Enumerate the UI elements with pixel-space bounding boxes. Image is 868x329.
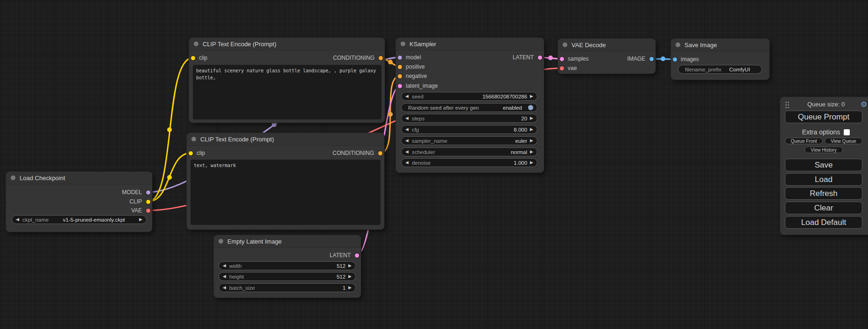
decrement-arrow-icon[interactable]: ◀ xyxy=(223,274,226,279)
widget-sampler-name[interactable]: ◀ sampler_name euler ▶ xyxy=(401,136,537,145)
widget-width[interactable]: ◀ width 512 ▶ xyxy=(219,261,356,270)
settings-gear-icon[interactable]: ⚙ xyxy=(861,100,867,109)
widget-value[interactable]: 156680208700286 xyxy=(482,94,527,99)
output-conditioning[interactable]: CONDITIONING xyxy=(332,150,382,156)
queue-prompt-button[interactable]: Queue Prompt xyxy=(785,111,862,123)
graph-canvas[interactable]: Load Checkpoint MODEL CLIP VAE ◀ ckpt_na… xyxy=(0,0,868,329)
widget-random-seed-toggle[interactable]: Random seed after every gen enabled xyxy=(401,103,537,112)
widget-scheduler[interactable]: ◀ scheduler normal ▶ xyxy=(401,147,537,156)
collapse-dot-icon[interactable] xyxy=(563,42,567,47)
clip-port-dot xyxy=(191,56,195,60)
increment-arrow-icon[interactable]: ▶ xyxy=(530,116,533,120)
widget-value[interactable]: normal xyxy=(511,149,527,155)
widget-value[interactable]: 8.000 xyxy=(514,127,527,133)
input-clip[interactable]: clip xyxy=(189,150,205,156)
node-title-bar[interactable]: Load Checkpoint xyxy=(6,172,152,184)
widget-seed[interactable]: ◀ seed 156680208700286 ▶ xyxy=(401,92,537,101)
widget-value[interactable]: 512 xyxy=(337,263,346,269)
collapse-dot-icon[interactable] xyxy=(11,175,15,180)
increment-arrow-icon[interactable]: ▶ xyxy=(530,94,533,98)
view-history-button[interactable]: View History xyxy=(804,147,843,153)
output-clip[interactable]: CLIP xyxy=(129,198,150,205)
widget-value[interactable]: 1 xyxy=(343,285,346,291)
output-latent[interactable]: LATENT xyxy=(513,54,542,61)
collapse-dot-icon[interactable] xyxy=(194,42,198,46)
increment-arrow-icon[interactable]: ▶ xyxy=(530,150,533,154)
increment-arrow-icon[interactable]: ▶ xyxy=(348,286,352,290)
wire-clip-negative xyxy=(148,153,191,202)
widget-steps[interactable]: ◀ steps 20 ▶ xyxy=(401,114,537,123)
output-conditioning[interactable]: CONDITIONING xyxy=(333,55,383,61)
output-model[interactable]: MODEL xyxy=(122,189,150,196)
node-title: Save Image xyxy=(685,42,717,49)
increment-arrow-icon[interactable]: ▶ xyxy=(530,127,533,132)
widget-value[interactable]: 1.000 xyxy=(514,160,527,166)
widget-value[interactable]: ComfyUI xyxy=(729,67,750,72)
input-vae[interactable]: vae xyxy=(560,65,577,71)
load-default-button[interactable]: Load Default xyxy=(785,216,862,229)
decrement-arrow-icon[interactable]: ◀ xyxy=(405,150,409,154)
refresh-button[interactable]: Refresh xyxy=(785,187,862,200)
node-title-bar[interactable]: Empty Latent Image xyxy=(214,235,361,248)
widget-value[interactable]: enabled xyxy=(503,105,522,111)
node-title-bar[interactable]: Save Image xyxy=(671,39,769,51)
widget-value[interactable]: euler xyxy=(515,138,528,144)
widget-denoise[interactable]: ◀ denoise 1.000 ▶ xyxy=(401,158,537,167)
collapse-dot-icon[interactable] xyxy=(191,137,196,141)
widget-filename-prefix[interactable]: filename_prefix ComfyUI xyxy=(678,65,762,74)
output-latent[interactable]: LATENT xyxy=(330,252,359,259)
node-clip-text-encode-negative[interactable]: CLIP Text Encode (Prompt) clip CONDITION… xyxy=(187,133,384,230)
widget-batch-size[interactable]: ◀ batch_size 1 ▶ xyxy=(219,283,356,292)
decrement-arrow-icon[interactable]: ◀ xyxy=(405,127,409,132)
decrement-arrow-icon[interactable]: ◀ xyxy=(405,139,409,143)
node-title-bar[interactable]: KSampler xyxy=(396,38,544,50)
toggle-dot-icon[interactable] xyxy=(528,105,533,110)
node-title-bar[interactable]: VAE Decode xyxy=(558,39,656,51)
widget-value[interactable]: 512 xyxy=(337,274,346,280)
increment-arrow-icon[interactable]: ▶ xyxy=(530,161,533,165)
node-title-bar[interactable]: CLIP Text Encode (Prompt) xyxy=(187,133,384,146)
input-images[interactable]: images xyxy=(673,56,699,63)
output-vae[interactable]: VAE xyxy=(131,207,150,214)
widget-value[interactable]: 20 xyxy=(521,116,527,121)
node-save-image[interactable]: Save Image images filename_prefix ComfyU… xyxy=(671,39,769,80)
collapse-dot-icon[interactable] xyxy=(676,42,680,47)
increment-arrow-icon[interactable]: ▶ xyxy=(348,274,352,279)
increment-arrow-icon[interactable]: ▶ xyxy=(348,264,352,268)
decrement-arrow-icon[interactable]: ◀ xyxy=(223,286,226,290)
widget-ckpt-name[interactable]: ◀ ckpt_name v1-5-pruned-emaonly.ckpt ▶ xyxy=(12,215,147,224)
input-latent-image[interactable]: latent_image xyxy=(398,83,438,89)
decrement-arrow-icon[interactable]: ◀ xyxy=(405,116,409,120)
queue-front-button[interactable]: Queue Front xyxy=(785,138,823,144)
input-samples[interactable]: samples xyxy=(560,56,589,62)
save-button[interactable]: Save xyxy=(785,159,862,171)
view-queue-button[interactable]: View Queue xyxy=(825,138,862,144)
node-vae-decode[interactable]: VAE Decode samples vae IMAGE xyxy=(558,39,656,74)
input-negative[interactable]: negative xyxy=(398,73,427,79)
prompt-textarea-negative[interactable]: text, watermark xyxy=(191,160,381,225)
widget-cfg[interactable]: ◀ cfg 8.000 ▶ xyxy=(401,125,537,134)
collapse-dot-icon[interactable] xyxy=(219,239,223,244)
input-clip[interactable]: clip xyxy=(191,55,207,61)
input-positive[interactable]: positive xyxy=(398,63,425,70)
node-clip-text-encode-positive[interactable]: CLIP Text Encode (Prompt) clip CONDITION… xyxy=(189,38,385,123)
widget-height[interactable]: ◀ height 512 ▶ xyxy=(219,272,356,281)
node-ksampler[interactable]: KSampler model positive negative latent_… xyxy=(396,38,544,173)
node-empty-latent-image[interactable]: Empty Latent Image LATENT ◀ width 512 ▶ … xyxy=(214,235,361,298)
output-image[interactable]: IMAGE xyxy=(627,56,654,62)
decrement-arrow-icon[interactable]: ◀ xyxy=(16,217,19,222)
input-model[interactable]: model xyxy=(398,54,421,61)
widget-value[interactable]: v1-5-pruned-emaonly.ckpt xyxy=(63,217,125,223)
clear-button[interactable]: Clear xyxy=(785,202,862,214)
increment-arrow-icon[interactable]: ▶ xyxy=(530,139,533,143)
collapse-dot-icon[interactable] xyxy=(401,42,405,46)
decrement-arrow-icon[interactable]: ◀ xyxy=(405,161,409,165)
load-button[interactable]: Load xyxy=(785,173,862,186)
extra-options-checkbox[interactable] xyxy=(844,129,850,135)
increment-arrow-icon[interactable]: ▶ xyxy=(139,217,142,222)
decrement-arrow-icon[interactable]: ◀ xyxy=(223,264,226,268)
node-title-bar[interactable]: CLIP Text Encode (Prompt) xyxy=(189,38,385,50)
node-load-checkpoint[interactable]: Load Checkpoint MODEL CLIP VAE ◀ ckpt_na… xyxy=(6,172,152,232)
prompt-textarea-positive[interactable]: beautiful scenery nature glass bottle la… xyxy=(193,65,381,119)
decrement-arrow-icon[interactable]: ◀ xyxy=(405,94,409,98)
